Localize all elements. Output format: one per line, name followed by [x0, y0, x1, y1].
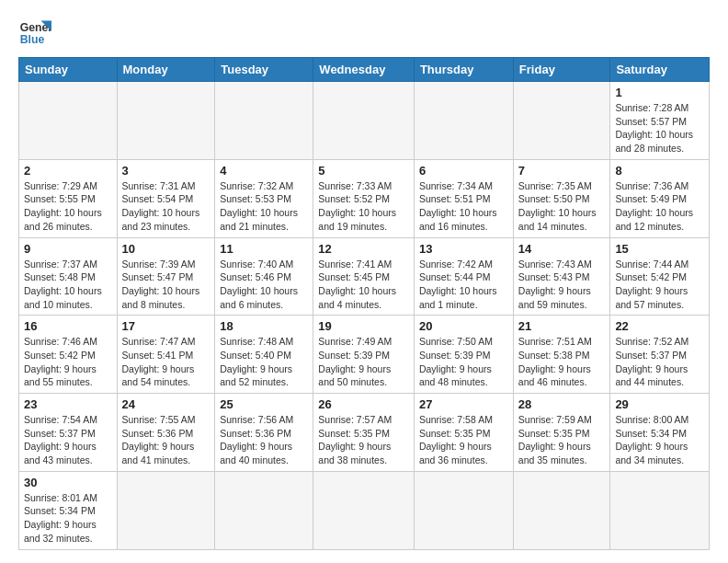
- calendar-cell: 27Sunrise: 7:58 AM Sunset: 5:35 PM Dayli…: [414, 394, 513, 472]
- calendar-cell: 20Sunrise: 7:50 AM Sunset: 5:39 PM Dayli…: [414, 316, 513, 394]
- calendar-cell: [19, 82, 118, 160]
- calendar-table: SundayMondayTuesdayWednesdayThursdayFrid…: [18, 57, 710, 550]
- day-number: 26: [318, 397, 409, 411]
- day-number: 22: [615, 319, 704, 333]
- calendar-cell: 28Sunrise: 7:59 AM Sunset: 5:35 PM Dayli…: [513, 394, 610, 472]
- calendar-cell: [117, 471, 215, 549]
- calendar-cell: 30Sunrise: 8:01 AM Sunset: 5:34 PM Dayli…: [19, 471, 118, 549]
- calendar-cell: 8Sunrise: 7:36 AM Sunset: 5:49 PM Daylig…: [610, 159, 710, 237]
- calendar-cell: [414, 82, 513, 160]
- calendar-cell: 17Sunrise: 7:47 AM Sunset: 5:41 PM Dayli…: [117, 316, 215, 394]
- calendar-cell: [215, 82, 313, 160]
- day-number: 18: [220, 319, 308, 333]
- day-number: 27: [419, 397, 508, 411]
- weekday-header-row: SundayMondayTuesdayWednesdayThursdayFrid…: [19, 58, 710, 82]
- day-number: 6: [419, 164, 508, 178]
- weekday-header-tuesday: Tuesday: [215, 58, 313, 82]
- day-info: Sunrise: 7:58 AM Sunset: 5:35 PM Dayligh…: [419, 413, 508, 467]
- svg-text:Blue: Blue: [20, 33, 45, 46]
- weekday-header-monday: Monday: [117, 58, 215, 82]
- calendar-cell: 19Sunrise: 7:49 AM Sunset: 5:39 PM Dayli…: [313, 316, 415, 394]
- day-info: Sunrise: 7:34 AM Sunset: 5:51 PM Dayligh…: [419, 179, 508, 234]
- calendar-cell: 4Sunrise: 7:32 AM Sunset: 5:53 PM Daylig…: [215, 159, 313, 237]
- calendar-cell: 5Sunrise: 7:33 AM Sunset: 5:52 PM Daylig…: [313, 159, 415, 237]
- day-number: 23: [24, 397, 112, 411]
- day-info: Sunrise: 7:29 AM Sunset: 5:55 PM Dayligh…: [24, 179, 112, 234]
- calendar-week-6: 30Sunrise: 8:01 AM Sunset: 5:34 PM Dayli…: [19, 471, 710, 549]
- calendar-cell: 11Sunrise: 7:40 AM Sunset: 5:46 PM Dayli…: [215, 237, 313, 316]
- day-info: Sunrise: 7:42 AM Sunset: 5:44 PM Dayligh…: [419, 258, 508, 312]
- day-info: Sunrise: 7:49 AM Sunset: 5:39 PM Dayligh…: [318, 335, 409, 389]
- calendar-cell: 10Sunrise: 7:39 AM Sunset: 5:47 PM Dayli…: [117, 237, 215, 316]
- day-info: Sunrise: 8:01 AM Sunset: 5:34 PM Dayligh…: [24, 491, 112, 546]
- calendar-cell: [414, 471, 513, 549]
- weekday-header-friday: Friday: [513, 58, 610, 82]
- day-number: 24: [122, 397, 210, 411]
- day-number: 1: [615, 86, 704, 99]
- day-number: 20: [419, 319, 508, 333]
- page: General Blue SundayMondayTuesdayWednesda…: [0, 0, 728, 563]
- day-number: 25: [220, 397, 308, 411]
- day-info: Sunrise: 7:51 AM Sunset: 5:38 PM Dayligh…: [518, 335, 606, 389]
- calendar-cell: [313, 82, 415, 160]
- calendar-cell: 2Sunrise: 7:29 AM Sunset: 5:55 PM Daylig…: [19, 159, 118, 237]
- calendar-cell: [313, 471, 415, 549]
- day-number: 7: [518, 164, 606, 178]
- calendar-cell: [117, 82, 215, 160]
- calendar-week-1: 1Sunrise: 7:28 AM Sunset: 5:57 PM Daylig…: [19, 82, 710, 160]
- day-info: Sunrise: 7:48 AM Sunset: 5:40 PM Dayligh…: [220, 335, 308, 389]
- calendar-cell: 6Sunrise: 7:34 AM Sunset: 5:51 PM Daylig…: [414, 159, 513, 237]
- day-info: Sunrise: 7:59 AM Sunset: 5:35 PM Dayligh…: [518, 413, 606, 467]
- day-info: Sunrise: 7:36 AM Sunset: 5:49 PM Dayligh…: [615, 179, 704, 234]
- day-info: Sunrise: 8:00 AM Sunset: 5:34 PM Dayligh…: [615, 413, 704, 467]
- day-number: 15: [615, 242, 704, 256]
- day-number: 29: [615, 397, 704, 411]
- calendar-cell: 7Sunrise: 7:35 AM Sunset: 5:50 PM Daylig…: [513, 159, 610, 237]
- generalblue-icon: General Blue: [18, 15, 51, 48]
- day-number: 12: [318, 242, 409, 256]
- day-info: Sunrise: 7:31 AM Sunset: 5:54 PM Dayligh…: [122, 179, 210, 234]
- calendar-cell: 3Sunrise: 7:31 AM Sunset: 5:54 PM Daylig…: [117, 159, 215, 237]
- day-number: 5: [318, 164, 409, 178]
- calendar-cell: [610, 471, 710, 549]
- day-info: Sunrise: 7:37 AM Sunset: 5:48 PM Dayligh…: [24, 258, 112, 312]
- day-number: 9: [24, 242, 112, 256]
- calendar-cell: 22Sunrise: 7:52 AM Sunset: 5:37 PM Dayli…: [610, 316, 710, 394]
- day-number: 3: [122, 164, 210, 178]
- calendar-week-3: 9Sunrise: 7:37 AM Sunset: 5:48 PM Daylig…: [19, 237, 710, 316]
- calendar-cell: 9Sunrise: 7:37 AM Sunset: 5:48 PM Daylig…: [19, 237, 118, 316]
- day-info: Sunrise: 7:46 AM Sunset: 5:42 PM Dayligh…: [24, 335, 112, 389]
- day-number: 19: [318, 319, 409, 333]
- day-number: 4: [220, 164, 308, 178]
- calendar-cell: 26Sunrise: 7:57 AM Sunset: 5:35 PM Dayli…: [313, 394, 415, 472]
- logo: General Blue: [18, 15, 51, 48]
- day-info: Sunrise: 7:52 AM Sunset: 5:37 PM Dayligh…: [615, 335, 704, 389]
- calendar-cell: 13Sunrise: 7:42 AM Sunset: 5:44 PM Dayli…: [414, 237, 513, 316]
- day-number: 11: [220, 242, 308, 256]
- day-info: Sunrise: 7:56 AM Sunset: 5:36 PM Dayligh…: [220, 413, 308, 467]
- day-number: 13: [419, 242, 508, 256]
- weekday-header-sunday: Sunday: [19, 58, 118, 82]
- calendar-cell: 1Sunrise: 7:28 AM Sunset: 5:57 PM Daylig…: [610, 82, 710, 160]
- day-info: Sunrise: 7:57 AM Sunset: 5:35 PM Dayligh…: [318, 413, 409, 467]
- day-number: 28: [518, 397, 606, 411]
- calendar-cell: 12Sunrise: 7:41 AM Sunset: 5:45 PM Dayli…: [313, 237, 415, 316]
- day-number: 21: [518, 319, 606, 333]
- day-info: Sunrise: 7:47 AM Sunset: 5:41 PM Dayligh…: [122, 335, 210, 389]
- day-info: Sunrise: 7:33 AM Sunset: 5:52 PM Dayligh…: [318, 179, 409, 234]
- calendar-cell: 24Sunrise: 7:55 AM Sunset: 5:36 PM Dayli…: [117, 394, 215, 472]
- day-number: 14: [518, 242, 606, 256]
- calendar-cell: 16Sunrise: 7:46 AM Sunset: 5:42 PM Dayli…: [19, 316, 118, 394]
- day-info: Sunrise: 7:43 AM Sunset: 5:43 PM Dayligh…: [518, 258, 606, 312]
- calendar-week-2: 2Sunrise: 7:29 AM Sunset: 5:55 PM Daylig…: [19, 159, 710, 237]
- calendar-cell: 29Sunrise: 8:00 AM Sunset: 5:34 PM Dayli…: [610, 394, 710, 472]
- day-info: Sunrise: 7:41 AM Sunset: 5:45 PM Dayligh…: [318, 258, 409, 312]
- weekday-header-thursday: Thursday: [414, 58, 513, 82]
- day-number: 16: [24, 319, 112, 333]
- calendar-cell: 15Sunrise: 7:44 AM Sunset: 5:42 PM Dayli…: [610, 237, 710, 316]
- day-info: Sunrise: 7:28 AM Sunset: 5:57 PM Dayligh…: [615, 101, 704, 155]
- calendar-cell: 14Sunrise: 7:43 AM Sunset: 5:43 PM Dayli…: [513, 237, 610, 316]
- day-number: 8: [615, 164, 704, 178]
- header: General Blue: [18, 15, 710, 48]
- calendar-cell: 25Sunrise: 7:56 AM Sunset: 5:36 PM Dayli…: [215, 394, 313, 472]
